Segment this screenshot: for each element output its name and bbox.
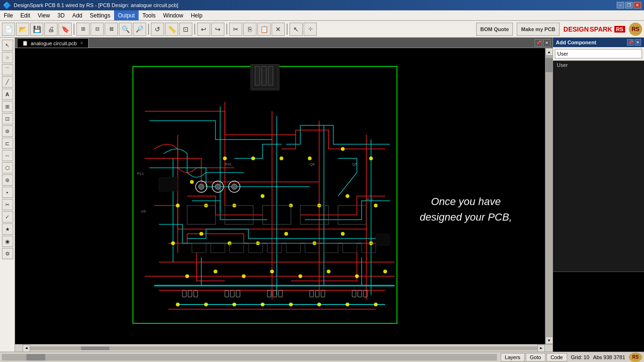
code-button[interactable]: Code	[546, 353, 567, 362]
cut-tool[interactable]: ✂	[2, 199, 13, 210]
scroll-thumb-vertical[interactable]	[545, 58, 553, 72]
paste-button[interactable]: 📋	[257, 23, 271, 36]
polygon-tool[interactable]: ⬡	[2, 162, 13, 173]
svg-point-8	[223, 156, 227, 160]
panel-pin-icon[interactable]: 📌	[627, 39, 634, 46]
svg-rect-5	[268, 66, 273, 85]
open-button[interactable]: 📂	[16, 23, 29, 36]
close-button[interactable]: ✕	[634, 2, 641, 8]
print-button[interactable]: 🖨	[44, 23, 58, 36]
redo-button[interactable]: ↪	[211, 23, 224, 36]
fit-button[interactable]: ⊠	[105, 23, 118, 36]
pad-tool[interactable]: ⊡	[2, 113, 13, 124]
fill-tool[interactable]: ▪	[2, 187, 13, 198]
cut-button[interactable]: ✂	[229, 23, 242, 36]
pcb-overlay-text: Once you havedesigned your PCB,	[420, 194, 512, 225]
rule-tool[interactable]: ⊏	[2, 138, 13, 149]
svg-text:PL1: PL1	[137, 172, 144, 176]
svg-point-47	[198, 184, 204, 189]
make-my-pcb-button[interactable]: Make my PCB	[517, 23, 560, 36]
route-button[interactable]: ⊹	[304, 23, 317, 36]
sep3	[194, 24, 195, 35]
abs-coords: Abs 938 3781	[593, 354, 625, 360]
select-tool[interactable]: ↖	[2, 40, 13, 51]
menu-help[interactable]: Help	[187, 10, 206, 20]
goto-button[interactable]: Goto	[526, 353, 545, 362]
svg-point-14	[176, 204, 180, 207]
text-tool[interactable]: A	[2, 89, 13, 100]
scroll-right-button[interactable]: ►	[537, 345, 545, 352]
menu-add[interactable]: Add	[68, 10, 86, 20]
tab-close-button[interactable]: ✕	[80, 41, 83, 46]
svg-point-11	[308, 156, 312, 160]
eye-tool[interactable]: ◉	[2, 236, 13, 247]
undo-button[interactable]: ↩	[197, 23, 210, 36]
component-search-input[interactable]	[555, 49, 642, 58]
tree-item-user[interactable]: User	[553, 61, 644, 69]
component-button[interactable]: ⊞	[76, 23, 90, 36]
measure-button[interactable]: 📏	[165, 23, 178, 36]
verify-tool[interactable]: ✓	[2, 211, 13, 222]
add-component-title: Add Component	[556, 40, 596, 45]
zoom-out-button[interactable]: 🔎	[133, 23, 146, 36]
designspark-logo: DESIGNSPARK RS	[563, 25, 625, 33]
panel-close-button[interactable]: ✕	[543, 39, 551, 47]
scroll-up-button[interactable]: ▲	[545, 48, 553, 56]
menu-edit[interactable]: Edit	[17, 10, 34, 20]
rotate-button[interactable]: ↺	[151, 23, 164, 36]
bookmark-button[interactable]: 🔖	[58, 23, 72, 36]
arc-tool[interactable]: ⌒	[2, 64, 13, 75]
save-button[interactable]: 💾	[30, 23, 43, 36]
via-tool[interactable]: ⊚	[2, 125, 13, 137]
circle-tool[interactable]: ○	[2, 52, 13, 63]
svg-point-30	[185, 274, 189, 278]
menu-3d[interactable]: 3D	[54, 10, 68, 20]
bom-quote-button[interactable]: BOM Quote	[476, 23, 513, 36]
scroll-track-vertical[interactable]	[545, 56, 553, 337]
horizontal-scroll-indicator[interactable]	[2, 354, 497, 361]
canvas-area[interactable]: 📋 analogue circuit.pcb ✕ 📌 ✕	[15, 38, 553, 352]
settings-tool[interactable]: ⚙	[2, 248, 13, 259]
vertical-scrollbar[interactable]: ▲ ▼	[545, 48, 553, 344]
pcb-tab[interactable]: 📋 analogue circuit.pcb ✕	[17, 38, 89, 48]
drill-tool[interactable]: ⊛	[2, 174, 13, 186]
measure-tool[interactable]: ↔	[2, 150, 13, 161]
svg-point-7	[190, 180, 194, 184]
minimize-button[interactable]: −	[617, 2, 624, 8]
menu-settings[interactable]: Settings	[86, 10, 114, 20]
layers-button[interactable]: Layers	[501, 353, 525, 362]
sep2	[148, 24, 149, 35]
delete-button[interactable]: ✕	[272, 23, 285, 36]
scroll-track-horizontal[interactable]	[30, 346, 537, 350]
scroll-thumb-horizontal[interactable]	[81, 346, 109, 350]
svg-point-37	[383, 270, 387, 273]
zoom-in-button[interactable]: 🔍	[119, 23, 132, 36]
menu-view[interactable]: View	[34, 10, 54, 20]
line-tool[interactable]: ╱	[2, 76, 13, 88]
panel-pin-button[interactable]: 📌	[535, 39, 542, 47]
component-tree[interactable]: User	[553, 61, 644, 272]
menu-window[interactable]: Window	[159, 10, 187, 20]
scroll-left-button[interactable]: ◄	[23, 345, 30, 352]
horizontal-scrollbar[interactable]: ◄ ►	[15, 344, 553, 352]
tab-bar: 📋 analogue circuit.pcb ✕ 📌 ✕	[15, 38, 553, 48]
menu-tools[interactable]: Tools	[139, 10, 159, 20]
select-button[interactable]: ↖	[289, 23, 303, 36]
svg-text:U5: U5	[141, 209, 146, 214]
panel-close-icon[interactable]: ✕	[635, 39, 641, 46]
star-tool[interactable]: ★	[2, 223, 13, 235]
grid-button[interactable]: ⊟	[91, 23, 104, 36]
svg-point-21	[374, 204, 378, 207]
component-search-area	[553, 47, 644, 61]
copy-button[interactable]: ⎘	[243, 23, 256, 36]
menu-file[interactable]: File	[0, 10, 17, 20]
scroll-down-button[interactable]: ▼	[545, 337, 553, 344]
menu-output[interactable]: Output	[114, 10, 139, 20]
pcb-canvas[interactable]: PL1 R41 Q6 Q5 PL2 U5	[15, 48, 545, 344]
scroll-indicator-thumb[interactable]	[26, 354, 45, 361]
component-tool[interactable]: ⊞	[2, 101, 13, 112]
restore-button[interactable]: ❐	[625, 2, 633, 8]
new-button[interactable]: 📄	[2, 23, 15, 36]
pad-button[interactable]: ⊡	[179, 23, 192, 36]
title-bar-controls[interactable]: − ❐ ✕	[617, 2, 641, 8]
